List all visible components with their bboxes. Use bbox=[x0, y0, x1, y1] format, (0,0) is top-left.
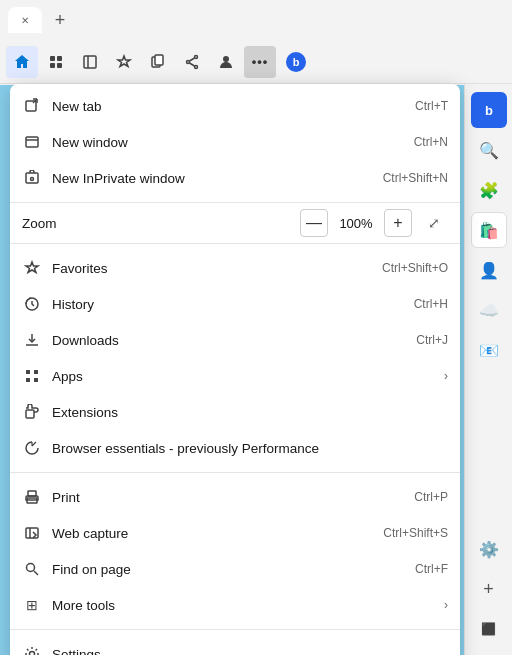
svg-rect-31 bbox=[26, 378, 30, 382]
svg-rect-22 bbox=[26, 137, 38, 147]
zoom-expand-button[interactable]: ⤢ bbox=[420, 209, 448, 237]
svg-point-40 bbox=[30, 652, 35, 656]
settings-sidebar-icon[interactable]: ⚙️ bbox=[471, 531, 507, 567]
divider-1 bbox=[10, 202, 460, 203]
more-icon: ••• bbox=[252, 54, 269, 69]
menu-new-tab[interactable]: New tab Ctrl+T bbox=[10, 88, 460, 124]
more-tools-icon: ⊞ bbox=[22, 595, 42, 615]
more-tools-arrow: › bbox=[444, 598, 448, 612]
search-sidebar-icon[interactable]: 🔍 bbox=[471, 132, 507, 168]
menu-print[interactable]: Print Ctrl+P bbox=[10, 479, 460, 515]
profile-button[interactable] bbox=[210, 46, 242, 78]
new-tab-shortcut: Ctrl+T bbox=[415, 99, 448, 113]
browser-window: ✕ + ••• b bbox=[0, 0, 512, 655]
new-tab-button[interactable]: + bbox=[46, 6, 74, 34]
home-button[interactable] bbox=[6, 46, 38, 78]
tab-close-icon[interactable]: ✕ bbox=[18, 13, 32, 27]
svg-rect-1 bbox=[57, 56, 62, 61]
find-shortcut: Ctrl+F bbox=[415, 562, 448, 576]
more-tools-label: More tools bbox=[52, 598, 434, 613]
inprivate-label: New InPrivate window bbox=[52, 171, 373, 186]
settings-icon bbox=[22, 644, 42, 655]
new-tab-label: New tab bbox=[52, 99, 405, 114]
shopping-sidebar-icon[interactable]: 🛍️ bbox=[471, 212, 507, 248]
svg-line-12 bbox=[190, 63, 195, 66]
menu-history[interactable]: History Ctrl+H bbox=[10, 286, 460, 322]
svg-rect-2 bbox=[50, 63, 55, 68]
menu-more-tools[interactable]: ⊞ More tools › bbox=[10, 587, 460, 623]
menu-apps[interactable]: Apps › bbox=[10, 358, 460, 394]
menu-section-middle: Favorites Ctrl+Shift+O History Ctrl+H Do… bbox=[10, 246, 460, 470]
svg-point-10 bbox=[195, 65, 198, 68]
bing-copilot-button[interactable]: b bbox=[280, 46, 312, 78]
find-icon bbox=[22, 559, 42, 579]
svg-line-11 bbox=[190, 58, 195, 61]
menu-extensions[interactable]: Extensions bbox=[10, 394, 460, 430]
history-label: History bbox=[52, 297, 404, 312]
puzzle-button[interactable] bbox=[40, 46, 72, 78]
menu-find-on-page[interactable]: Find on page Ctrl+F bbox=[10, 551, 460, 587]
menu-browser-essentials[interactable]: Browser essentials - previously Performa… bbox=[10, 430, 460, 466]
svg-point-25 bbox=[31, 178, 34, 181]
inprivate-icon bbox=[22, 168, 42, 188]
add-sidebar-icon[interactable]: + bbox=[471, 571, 507, 607]
minimize-sidebar-icon[interactable]: ⬛ bbox=[471, 611, 507, 647]
menu-new-window[interactable]: New window Ctrl+N bbox=[10, 124, 460, 160]
svg-rect-0 bbox=[50, 56, 55, 61]
downloads-label: Downloads bbox=[52, 333, 406, 348]
menu-web-capture[interactable]: Web capture Ctrl+Shift+S bbox=[10, 515, 460, 551]
tab-bar: ✕ + bbox=[0, 0, 512, 40]
menu-section-top: New tab Ctrl+T New window Ctrl+N New InP… bbox=[10, 84, 460, 200]
zoom-out-button[interactable]: — bbox=[300, 209, 328, 237]
svg-point-13 bbox=[223, 56, 229, 62]
menu-downloads[interactable]: Downloads Ctrl+J bbox=[10, 322, 460, 358]
svg-rect-33 bbox=[26, 410, 34, 418]
divider-2 bbox=[10, 243, 460, 244]
capture-shortcut: Ctrl+Shift+S bbox=[383, 526, 448, 540]
svg-text:b: b bbox=[293, 56, 300, 68]
svg-rect-29 bbox=[26, 370, 30, 374]
print-icon bbox=[22, 487, 42, 507]
capture-icon bbox=[22, 523, 42, 543]
onedrive-sidebar-icon[interactable]: ☁️ bbox=[471, 292, 507, 328]
capture-label: Web capture bbox=[52, 526, 373, 541]
divider-3 bbox=[10, 472, 460, 473]
menu-settings[interactable]: Settings bbox=[10, 636, 460, 655]
profile-sidebar-icon[interactable]: 👤 bbox=[471, 252, 507, 288]
apps-label: Apps bbox=[52, 369, 434, 384]
new-window-shortcut: Ctrl+N bbox=[414, 135, 448, 149]
menu-favorites[interactable]: Favorites Ctrl+Shift+O bbox=[10, 250, 460, 286]
zoom-value: 100% bbox=[336, 216, 376, 231]
apps-icon bbox=[22, 366, 42, 386]
svg-rect-3 bbox=[57, 63, 62, 68]
menu-inprivate[interactable]: New InPrivate window Ctrl+Shift+N bbox=[10, 160, 460, 196]
svg-line-39 bbox=[34, 571, 38, 575]
svg-rect-36 bbox=[26, 528, 38, 538]
zoom-row: Zoom — 100% + ⤢ bbox=[10, 205, 460, 241]
downloads-icon bbox=[22, 330, 42, 350]
svg-rect-7 bbox=[155, 55, 163, 65]
extensions-label: Extensions bbox=[52, 405, 448, 420]
settings-label: Settings bbox=[52, 647, 448, 656]
share-btn[interactable] bbox=[176, 46, 208, 78]
svg-text:b: b bbox=[485, 103, 493, 118]
extensions-sidebar-icon[interactable]: 🧩 bbox=[471, 172, 507, 208]
svg-point-8 bbox=[195, 55, 198, 58]
active-tab[interactable]: ✕ bbox=[8, 7, 42, 33]
sidebar-button[interactable] bbox=[74, 46, 106, 78]
bing-sidebar-icon[interactable]: b bbox=[471, 92, 507, 128]
new-window-icon bbox=[22, 132, 42, 152]
svg-rect-18 bbox=[26, 101, 36, 111]
outlook-sidebar-icon[interactable]: 📧 bbox=[471, 332, 507, 368]
divider-4 bbox=[10, 629, 460, 630]
favorites-label: Favorites bbox=[52, 261, 372, 276]
favorites-button[interactable] bbox=[108, 46, 140, 78]
browser-menu: New tab Ctrl+T New window Ctrl+N New InP… bbox=[10, 84, 460, 655]
inprivate-shortcut: Ctrl+Shift+N bbox=[383, 171, 448, 185]
print-label: Print bbox=[52, 490, 404, 505]
zoom-in-button[interactable]: + bbox=[384, 209, 412, 237]
collections-button[interactable] bbox=[142, 46, 174, 78]
right-sidebar: b 🔍 🧩 🛍️ 👤 ☁️ 📧 ⚙️ + ⬛ bbox=[464, 84, 512, 655]
find-label: Find on page bbox=[52, 562, 405, 577]
more-tools-button[interactable]: ••• bbox=[244, 46, 276, 78]
